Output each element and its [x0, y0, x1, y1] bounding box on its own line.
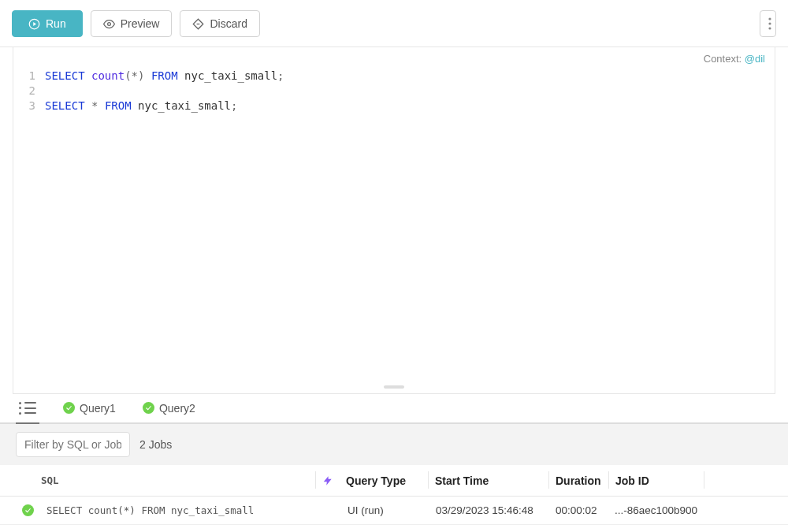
context-bar: Context: @dil — [13, 47, 775, 66]
dots-icon — [768, 17, 771, 30]
table-row[interactable]: SELECT count(*) FROM nyc_taxi_smallUI (r… — [0, 497, 788, 525]
check-icon — [63, 402, 75, 414]
filter-input[interactable] — [16, 432, 130, 457]
tab-label: Query2 — [159, 402, 195, 415]
table-row[interactable]: SELECT * FROM nyc_taxi_smallUI (run)03/2… — [0, 525, 788, 532]
code-line[interactable]: SELECT count(*) FROM nyc_taxi_small; — [45, 69, 284, 84]
eye-icon — [103, 18, 115, 30]
table-header: SQL Query Type Start Time Duration Job I… — [0, 465, 788, 497]
svg-point-4 — [768, 22, 771, 24]
run-button[interactable]: Run — [12, 10, 83, 37]
cell-start-time: 03/29/2023 15:46:51 — [429, 525, 549, 532]
jobs-count: 2 Jobs — [139, 438, 172, 451]
list-icon — [19, 402, 36, 415]
resize-handle[interactable] — [384, 385, 404, 389]
line-number: 2 — [13, 84, 45, 99]
more-button[interactable] — [760, 10, 776, 37]
col-job-id[interactable]: Job ID — [609, 465, 704, 496]
preview-button[interactable]: Preview — [91, 10, 173, 37]
editor-panel: Context: @dil 1SELECT count(*) FROM nyc_… — [13, 47, 775, 394]
results-panel: Query1Query2 2 Jobs SQL Query Type Start… — [0, 394, 788, 532]
svg-point-5 — [768, 27, 771, 29]
cell-sql: SELECT * FROM nyc_taxi_small — [40, 525, 321, 532]
svg-point-2 — [107, 22, 110, 25]
cell-duration: 00:00:03 — [549, 525, 608, 532]
context-link[interactable]: @dil — [745, 53, 765, 65]
col-start-time[interactable]: Start Time — [429, 465, 548, 496]
col-sql[interactable]: SQL — [35, 465, 315, 496]
cell-duration: 00:00:02 — [549, 497, 608, 524]
code-editor[interactable]: 1SELECT count(*) FROM nyc_taxi_small;23S… — [13, 66, 775, 113]
tabs: Query1Query2 — [0, 394, 788, 424]
discard-icon — [192, 18, 204, 30]
run-label: Run — [46, 17, 66, 30]
line-number: 1 — [13, 69, 45, 84]
code-line[interactable]: SELECT * FROM nyc_taxi_small; — [45, 99, 238, 113]
cell-query-type: UI (run) — [341, 525, 429, 532]
cell-start-time: 03/29/2023 15:46:48 — [429, 497, 549, 524]
play-icon — [28, 18, 40, 30]
cell-job-id: ...-49ad4200a500 — [608, 525, 704, 532]
jobs-table: SQL Query Type Start Time Duration Job I… — [0, 465, 788, 532]
bolt-icon — [322, 474, 333, 487]
col-duration[interactable]: Duration — [549, 465, 608, 496]
check-icon — [143, 402, 154, 414]
cell-job-id: ...-86aec100b900 — [608, 497, 704, 524]
context-label: Context: — [704, 53, 742, 65]
tab-label: Query1 — [80, 402, 116, 415]
discard-label: Discard — [210, 17, 247, 30]
cell-sql: SELECT count(*) FROM nyc_taxi_small — [40, 497, 321, 524]
svg-point-3 — [768, 17, 771, 20]
status-success-icon — [22, 504, 34, 516]
tab-q1[interactable]: Query1 — [60, 394, 119, 424]
discard-button[interactable]: Discard — [180, 10, 259, 37]
line-number: 3 — [13, 99, 45, 113]
tab-jobs-list[interactable] — [16, 394, 39, 424]
tab-q2[interactable]: Query2 — [139, 394, 199, 424]
preview-label: Preview — [121, 17, 160, 30]
col-query-type[interactable]: Query Type — [340, 465, 428, 496]
svg-marker-1 — [33, 22, 36, 26]
cell-query-type: UI (run) — [341, 497, 429, 524]
toolbar: Run Preview Discard — [0, 0, 788, 47]
filter-bar: 2 Jobs — [0, 424, 788, 465]
